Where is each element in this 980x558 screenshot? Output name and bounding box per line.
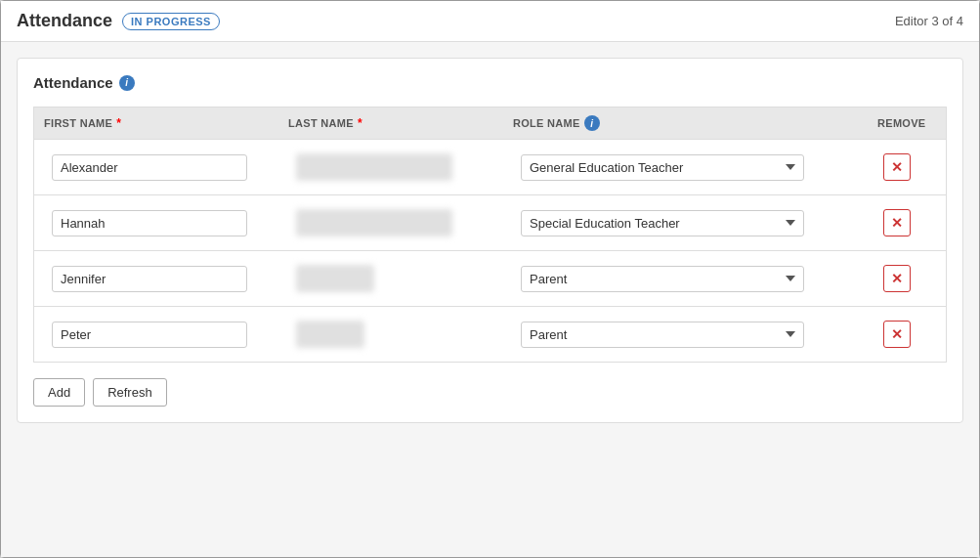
table-body: General Education Teacher Special Educat… <box>33 139 947 363</box>
remove-cell-2: ✕ <box>858 209 936 236</box>
role-select-3[interactable]: General Education Teacher Special Educat… <box>521 266 804 292</box>
first-name-input-1[interactable] <box>52 154 247 181</box>
status-badge: IN PROGRESS <box>122 13 220 30</box>
attendance-card: Attendance i FIRST NAME * LAST NAME * RO… <box>17 58 963 423</box>
role-select-4[interactable]: General Education Teacher Special Educat… <box>521 322 804 348</box>
last-name-blurred-1 <box>296 153 452 181</box>
table-row: General Education Teacher Special Educat… <box>34 195 946 251</box>
page-title: Attendance <box>17 11 112 31</box>
window-body: Attendance i FIRST NAME * LAST NAME * RO… <box>1 42 979 557</box>
editor-info: Editor 3 of 4 <box>895 14 963 28</box>
role-select-2[interactable]: General Education Teacher Special Educat… <box>521 210 804 236</box>
last-name-cell-1 <box>288 153 513 181</box>
last-name-blurred-3 <box>296 265 374 292</box>
info-icon[interactable]: i <box>119 75 135 91</box>
last-name-cell-4 <box>288 321 513 348</box>
first-name-cell-3 <box>44 266 288 292</box>
role-cell-3: General Education Teacher Special Educat… <box>513 266 858 292</box>
role-cell-4: General Education Teacher Special Educat… <box>513 322 858 348</box>
main-window: Attendance IN PROGRESS Editor 3 of 4 Att… <box>0 0 980 558</box>
first-name-input-2[interactable] <box>52 210 247 236</box>
remove-cell-1: ✕ <box>858 153 936 181</box>
remove-button-1[interactable]: ✕ <box>883 153 911 181</box>
role-cell-2: General Education Teacher Special Educat… <box>513 210 858 236</box>
role-info-icon[interactable]: i <box>584 115 600 131</box>
col-header-first-name: FIRST NAME * <box>34 107 278 139</box>
role-cell-1: General Education Teacher Special Educat… <box>513 154 858 181</box>
table-row: General Education Teacher Special Educat… <box>34 251 946 307</box>
remove-button-2[interactable]: ✕ <box>883 209 911 236</box>
col-header-last-name: LAST NAME * <box>278 107 503 139</box>
table-row: General Education Teacher Special Educat… <box>34 307 946 362</box>
last-name-cell-2 <box>288 209 513 236</box>
remove-cell-4: ✕ <box>858 321 936 348</box>
first-name-input-3[interactable] <box>52 266 247 292</box>
remove-button-3[interactable]: ✕ <box>883 265 911 292</box>
table-row: General Education Teacher Special Educat… <box>34 140 946 195</box>
required-star-first: * <box>116 116 121 130</box>
last-name-blurred-4 <box>296 321 364 348</box>
remove-button-4[interactable]: ✕ <box>883 321 911 348</box>
required-star-last: * <box>358 116 362 130</box>
first-name-input-4[interactable] <box>52 322 247 348</box>
refresh-button[interactable]: Refresh <box>93 378 167 407</box>
last-name-cell-3 <box>288 265 513 292</box>
col-header-role-name: ROLE NAME i <box>503 107 868 139</box>
window-header: Attendance IN PROGRESS Editor 3 of 4 <box>1 1 979 42</box>
remove-cell-3: ✕ <box>858 265 936 292</box>
footer-buttons: Add Refresh <box>33 378 947 407</box>
first-name-cell-4 <box>44 322 288 348</box>
col-header-remove: REMOVE <box>868 107 946 139</box>
first-name-cell-1 <box>44 154 288 181</box>
card-title-text: Attendance <box>33 74 113 91</box>
role-select-1[interactable]: General Education Teacher Special Educat… <box>521 154 804 181</box>
first-name-cell-2 <box>44 210 288 236</box>
title-area: Attendance IN PROGRESS <box>17 11 220 31</box>
table-header: FIRST NAME * LAST NAME * ROLE NAME i REM… <box>33 107 947 139</box>
card-title: Attendance i <box>33 74 947 91</box>
last-name-blurred-2 <box>296 209 452 236</box>
add-button[interactable]: Add <box>33 378 85 407</box>
